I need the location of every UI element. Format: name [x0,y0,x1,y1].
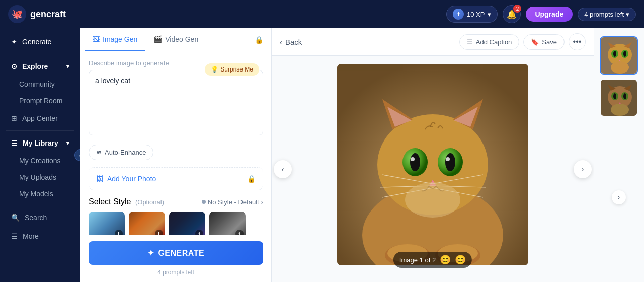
style-thumb-3[interactable]: ℹ [169,212,205,235]
sidebar-item-community[interactable]: Community [3,76,77,92]
surprise-me-button[interactable]: 💡 Surprise Me [205,63,259,76]
divider-2 [6,130,74,131]
logo-icon: 🐙 [8,5,26,23]
caption-icon: ☰ [467,38,473,46]
svg-point-44 [613,93,616,99]
notification-button[interactable]: 🔔 2 [503,5,521,23]
add-photo-button[interactable]: 🖼 Add Your Photo 🔒 [89,167,263,190]
video-gen-icon: 🎬 [153,35,162,43]
sidebar-item-my-library[interactable]: ☰ My Library ▾ [3,134,77,152]
gen-tabs: 🖼 Image Gen 🎬 Video Gen 🔒 [80,28,271,51]
thumb-down-icon: › [618,194,620,201]
style-thumb-2[interactable]: ℹ [129,212,165,235]
app-center-icon: ⊞ [11,114,17,122]
svg-point-15 [446,157,450,161]
auto-enhance-button[interactable]: ≋ Auto-Enhance [89,145,153,160]
generate-button[interactable]: ✦ GENERATE [89,241,263,265]
preview-content: ‹ [272,56,594,282]
add-caption-button[interactable]: ☰ Add Caption [459,34,520,50]
sidebar-item-app-center[interactable]: ⊞ App Center [3,109,77,127]
style-thumb-1[interactable]: ℹ [89,212,125,235]
style-optional-text: (Optional) [135,198,164,206]
explore-chevron: ▾ [66,63,69,70]
sidebar-more-label: More [23,232,39,240]
svg-point-23 [405,182,460,218]
back-chevron-icon: ‹ [280,38,282,46]
style-thumb-4[interactable]: ℹ [209,212,246,235]
xp-badge[interactable]: ⬆ 10 XP ▾ [446,6,498,23]
style-3-info-icon[interactable]: ℹ [195,230,203,235]
sidebar-item-generate[interactable]: ✦ Generate [3,33,77,51]
library-chevron: ▾ [66,140,69,147]
emoji-1-button[interactable]: 😊 [440,254,451,265]
thumbnail-2-img [601,80,638,117]
library-icon: ☰ [11,139,18,147]
divider-3 [6,205,74,205]
generate-label: GENERATE [158,249,204,258]
sidebar-item-my-creations[interactable]: My Creations [3,153,77,169]
sidebar: ✦ Generate ⊙ Explore ▾ Community Prompt … [0,28,80,282]
sidebar-item-more[interactable]: ☰ More [3,227,77,245]
sidebar-item-prompt-room[interactable]: Prompt Room [3,93,77,109]
svg-point-14 [411,157,415,161]
notif-badge: 2 [513,5,521,13]
content-panel: 🖼 Image Gen 🎬 Video Gen 🔒 Describe image… [80,28,644,282]
style-thumbnails: ℹ ℹ ℹ ℹ [89,212,263,235]
prompt-area: Describe image to generate 💡 Surprise Me [89,59,263,137]
prompt-input[interactable] [89,70,263,135]
generate-sparkle-icon: ✦ [147,248,154,258]
add-photo-icon: 🖼 [96,175,103,183]
tab-image-gen[interactable]: 🖼 Image Gen [85,28,145,51]
svg-point-45 [623,93,626,99]
emoji-2-button[interactable]: 😊 [455,254,466,265]
generator-panel: 🖼 Image Gen 🎬 Video Gen 🔒 Describe image… [80,28,272,282]
auto-enhance-icon: ≋ [96,149,102,156]
search-icon: 🔍 [11,214,20,222]
sidebar-item-search[interactable]: 🔍 Search [3,208,77,227]
xp-chevron: ▾ [488,11,491,18]
sidebar-item-my-models[interactable]: My Models [3,186,77,202]
prompts-remaining-label: 4 prompts left [89,269,263,276]
image-counter: Image 1 of 2 😊 😊 [393,252,472,268]
sidebar-item-explore[interactable]: ⊙ Explore ▾ [3,57,77,76]
style-2-info-icon[interactable]: ℹ [155,230,163,235]
prev-image-button[interactable]: ‹ [274,160,292,178]
sidebar-explore-label: Explore [22,62,48,70]
sidebar-library-label: My Library [23,139,58,147]
preview-header: ‹ Back ☰ Add Caption 🔖 Save ••• [272,28,594,56]
save-button[interactable]: 🔖 Save [523,34,565,50]
style-4-info-icon[interactable]: ℹ [235,230,244,235]
prompts-left-badge[interactable]: 4 prompts left ▾ [578,8,636,21]
sidebar-generate-label: Generate [22,38,51,46]
style-default-btn[interactable]: No Style - Default › [202,198,263,206]
thumbnail-scroll-down[interactable]: › [612,190,626,204]
generate-icon: ✦ [11,38,17,46]
add-photo-label: Add Your Photo [107,175,156,183]
sidebar-item-my-uploads[interactable]: My Uploads [3,169,77,185]
thumbnail-1[interactable] [600,36,638,75]
style-chevron: › [261,198,263,206]
explore-icon: ⊙ [11,62,17,70]
sidebar-app-center-label: App Center [22,114,58,122]
next-image-button[interactable]: › [574,160,592,178]
style-1-info-icon[interactable]: ℹ [115,230,123,235]
thumbnail-1-img [601,37,638,75]
main-layout: ✦ Generate ⊙ Explore ▾ Community Prompt … [0,28,644,282]
thumbnail-2[interactable] [600,79,638,117]
tab-video-label: Video Gen [165,35,198,43]
svg-point-13 [445,153,455,171]
style-dot [202,200,206,204]
more-icon: ☰ [11,232,18,240]
style-header: Select Style (Optional) No Style - Defau… [89,197,263,206]
divider-1 [6,54,74,54]
tab-video-gen[interactable]: 🎬 Video Gen [145,28,206,51]
prev-arrow-icon: ‹ [282,165,284,173]
back-button[interactable]: ‹ Back [280,38,302,46]
svg-point-34 [613,51,616,57]
upgrade-button[interactable]: Upgrade [526,7,573,22]
sidebar-inner: ✦ Generate ⊙ Explore ▾ Community Prompt … [0,32,80,278]
topnav: 🐙 gencraft ⬆ 10 XP ▾ 🔔 2 Upgrade 4 promp… [0,0,644,28]
nav-right: ⬆ 10 XP ▾ 🔔 2 Upgrade 4 prompts left ▾ [446,5,636,23]
collapse-icon: ← [78,153,80,158]
more-options-button[interactable]: ••• [569,33,586,50]
